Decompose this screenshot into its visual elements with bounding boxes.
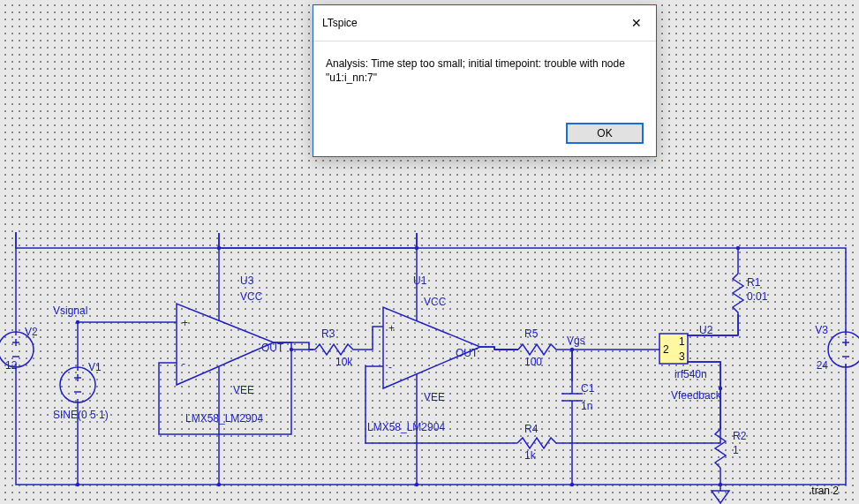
component-U1[interactable]: + - U1 VCC OUT VEE LMX58_LM2904 <box>367 233 480 433</box>
R2-name: R2 <box>733 430 747 442</box>
dialog-titlebar[interactable]: LTspice ✕ <box>313 5 656 41</box>
svg-point-3 <box>76 483 79 486</box>
V1-value: SINE(0 5 1) <box>53 409 109 421</box>
svg-point-6 <box>570 483 574 486</box>
component-V2[interactable]: V2 12 <box>0 326 38 372</box>
U3-vcc: VCC <box>240 290 263 303</box>
svg-text:-: - <box>182 357 185 370</box>
V2-value: 12 <box>5 359 18 372</box>
R5-name: R5 <box>524 327 539 340</box>
U2-pin2: 2 <box>663 343 669 356</box>
R4-value: 1k <box>524 449 537 462</box>
ok-button[interactable]: OK <box>566 123 644 144</box>
component-R1[interactable]: R1 0.01 <box>733 274 768 314</box>
component-R5[interactable]: R5 100 <box>518 327 558 368</box>
R5-value: 100 <box>524 356 542 368</box>
V3-name: V3 <box>815 324 828 336</box>
component-U3[interactable]: + - U3 VCC OUT VEE LMX58_LM2904 <box>177 233 284 425</box>
component-V1[interactable]: V1 SINE(0 5 1) <box>53 361 109 421</box>
svg-point-39 <box>828 332 859 367</box>
dialog-title-text: LTspice <box>322 17 358 29</box>
svg-text:+: + <box>388 322 395 335</box>
U3-vee: VEE <box>233 384 254 396</box>
dialog-footer: OK <box>313 116 656 156</box>
V1-name: V1 <box>88 361 102 373</box>
U3-name: U3 <box>240 275 254 287</box>
U1-vcc: VCC <box>424 296 447 308</box>
svg-point-10 <box>570 348 574 351</box>
U1-model: LMX58_LM2904 <box>367 421 445 433</box>
R3-value: 10k <box>335 356 353 368</box>
dialog-message: Analysis: Time step too small; initial t… <box>313 41 656 116</box>
U3-out: OUT <box>261 342 284 354</box>
U1-name: U1 <box>413 275 427 287</box>
U1-out: OUT <box>456 347 478 359</box>
U2-pin3: 3 <box>679 350 685 363</box>
component-U2[interactable]: 2 1 3 U2 irf540n <box>659 324 713 380</box>
component-V3[interactable]: V3 24 <box>815 324 859 372</box>
svg-point-5 <box>415 483 418 486</box>
R3-name: R3 <box>321 327 335 340</box>
svg-text:-: - <box>388 361 392 373</box>
U3-model: LMX58_LM2904 <box>185 412 263 425</box>
R1-value: 0.01 <box>747 290 768 303</box>
C1-value: 1n <box>581 400 592 412</box>
netlabel-Vfeedback[interactable]: Vfeedback <box>671 389 722 402</box>
U1-vee: VEE <box>424 391 445 403</box>
component-R4[interactable]: R4 1k <box>517 423 556 462</box>
component-R3[interactable]: R3 10k <box>315 327 355 368</box>
C1-name: C1 <box>581 382 595 395</box>
svg-text:+: + <box>182 317 188 329</box>
V2-name: V2 <box>25 326 38 338</box>
svg-point-4 <box>217 483 221 486</box>
R1-name: R1 <box>747 276 761 289</box>
svg-point-2 <box>736 246 740 250</box>
spice-directive[interactable]: .tran 2 <box>809 485 839 497</box>
component-C1[interactable]: C1 1n <box>561 381 595 413</box>
U2-model: irf540n <box>674 368 707 380</box>
U2-name: U2 <box>699 324 713 336</box>
netlabel-Vsignal[interactable]: Vsignal <box>53 305 87 317</box>
svg-point-8 <box>290 348 293 351</box>
error-dialog: LTspice ✕ Analysis: Time step too small;… <box>313 4 657 157</box>
netlabel-Vgs[interactable]: Vgs <box>567 335 585 347</box>
V3-value: 24 <box>817 359 829 372</box>
close-icon[interactable]: ✕ <box>626 12 647 34</box>
R4-name: R4 <box>524 423 539 435</box>
R2-value: 1 <box>733 444 739 456</box>
svg-point-7 <box>719 483 722 486</box>
U2-pin1: 1 <box>679 335 685 348</box>
svg-point-11 <box>76 320 79 324</box>
